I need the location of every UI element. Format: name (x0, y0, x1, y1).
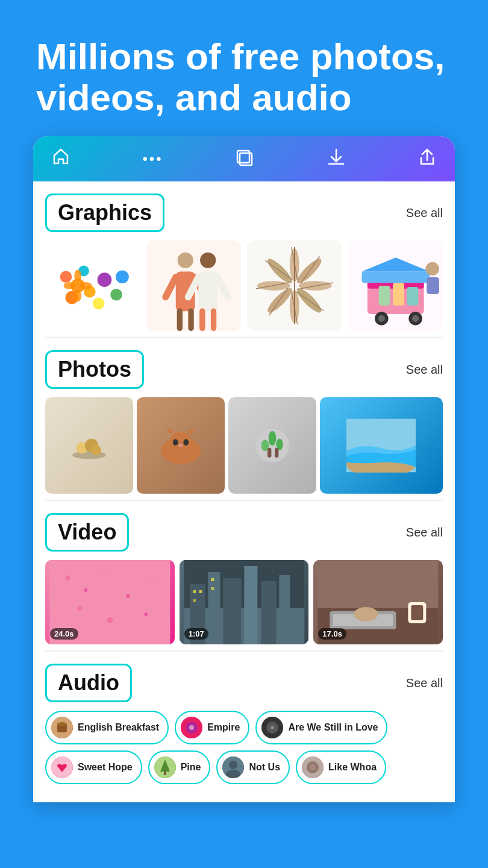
svg-point-77 (84, 588, 87, 592)
svg-point-78 (101, 569, 107, 575)
nav-bar: ••• (33, 136, 455, 181)
audio-label-sweet-hope: Sweet Hope (78, 762, 133, 773)
svg-rect-103 (411, 605, 424, 620)
home-icon[interactable] (51, 147, 70, 171)
audio-thumb-empire (181, 717, 202, 738)
svg-rect-117 (164, 772, 166, 775)
hero-text: Millions of free photos, videos, and aud… (0, 0, 488, 136)
photo-food[interactable] (45, 397, 133, 494)
audio-chip-not-us[interactable]: Not Us (216, 750, 290, 784)
photos-section: Photos See all (33, 338, 455, 500)
svg-rect-96 (211, 578, 214, 581)
svg-point-10 (93, 298, 105, 310)
audio-label-are-we-still: Are We Still in Love (288, 722, 378, 733)
svg-point-66 (178, 444, 183, 447)
svg-rect-55 (427, 277, 439, 294)
svg-point-113 (271, 726, 274, 729)
svg-marker-62 (166, 427, 174, 434)
photo-herbs[interactable] (228, 397, 316, 494)
svg-point-21 (200, 253, 216, 268)
audio-chip-english-breakfast[interactable]: English Breakfast (45, 711, 169, 744)
video-duration-3: 17.0s (318, 628, 346, 640)
graphic-women[interactable] (146, 241, 242, 331)
audio-label-pine: Pine (181, 762, 201, 773)
svg-point-47 (378, 315, 384, 322)
svg-rect-88 (208, 572, 220, 644)
svg-point-11 (74, 270, 81, 282)
audio-thumb-like-whoa (302, 756, 324, 778)
video-see-all[interactable]: See all (406, 526, 443, 539)
audio-chip-are-we-still[interactable]: Are We Still in Love (255, 711, 387, 744)
graphics-see-all[interactable]: See all (406, 206, 443, 220)
audio-chip-like-whoa[interactable]: Like Whoa (296, 750, 386, 784)
audio-see-all[interactable]: See all (406, 676, 443, 690)
svg-rect-93 (193, 590, 196, 593)
audio-thumb-are-we-still (261, 717, 283, 738)
svg-point-65 (183, 439, 189, 446)
audio-chip-empire[interactable]: Empire (175, 711, 249, 744)
svg-rect-72 (275, 448, 278, 458)
audio-chip-pine[interactable]: Pine (148, 750, 211, 784)
svg-rect-51 (378, 286, 390, 306)
audio-thumb-english-breakfast (51, 717, 73, 738)
video-duration-2: 1:07 (184, 628, 208, 640)
graphic-flowers[interactable] (45, 241, 140, 331)
svg-point-6 (98, 273, 112, 288)
audio-label-english-breakfast: English Breakfast (78, 722, 159, 733)
svg-rect-71 (267, 448, 271, 458)
svg-rect-53 (407, 287, 418, 306)
app-container: ••• Graphics See all (33, 136, 455, 802)
video-section: Video See all (33, 501, 455, 650)
video-city[interactable]: 1:07 (180, 560, 309, 644)
svg-rect-97 (211, 587, 214, 590)
svg-point-82 (107, 617, 113, 623)
audio-label-like-whoa: Like Whoa (328, 762, 377, 773)
svg-rect-90 (244, 566, 257, 644)
audio-chips-row: English Breakfast Empire (45, 711, 443, 796)
video-header: Video See all (45, 513, 443, 552)
download-icon[interactable] (327, 147, 346, 171)
video-duration-1: 24.0s (50, 628, 78, 640)
svg-rect-94 (199, 590, 202, 593)
video-row: 24.0s (45, 560, 443, 644)
video-raindrops[interactable]: 24.0s (45, 560, 175, 644)
photos-row (45, 397, 443, 494)
svg-point-79 (77, 606, 82, 611)
audio-header: Audio See all (45, 664, 443, 702)
content-area: Graphics See all (33, 181, 455, 802)
audio-section: Audio See all English Breakfast (33, 652, 455, 802)
video-desk[interactable]: 17.0s (313, 560, 443, 644)
svg-point-49 (411, 315, 418, 322)
graphics-row (45, 241, 443, 331)
video-title: Video (45, 513, 129, 552)
layers-icon[interactable] (235, 147, 254, 171)
audio-thumb-sweet-hope (51, 756, 73, 778)
photo-beach[interactable] (320, 397, 443, 494)
svg-rect-95 (193, 599, 196, 602)
more-icon[interactable]: ••• (142, 151, 163, 168)
svg-point-81 (149, 576, 154, 580)
svg-point-64 (173, 439, 178, 446)
photos-header: Photos See all (45, 350, 443, 389)
svg-point-56 (72, 451, 106, 459)
svg-rect-50 (361, 272, 430, 283)
audio-thumb-pine (154, 756, 176, 778)
svg-line-17 (165, 277, 175, 297)
audio-chip-sweet-hope[interactable]: Sweet Hope (45, 750, 142, 784)
graphics-section: Graphics See all (33, 181, 455, 337)
svg-line-24 (217, 277, 228, 297)
graphic-cart[interactable] (348, 241, 443, 331)
svg-point-7 (110, 289, 122, 301)
photo-cat[interactable] (137, 397, 225, 494)
share-icon[interactable] (418, 147, 437, 171)
audio-label-not-us: Not Us (249, 762, 280, 773)
svg-rect-91 (261, 581, 276, 644)
graphic-leaves[interactable] (247, 241, 342, 331)
graphics-title: Graphics (45, 193, 164, 232)
graphics-header: Graphics See all (45, 193, 443, 232)
svg-rect-52 (393, 283, 404, 306)
svg-point-14 (80, 282, 92, 289)
photos-see-all[interactable]: See all (406, 363, 443, 377)
svg-point-104 (354, 607, 378, 621)
svg-point-59 (92, 445, 101, 455)
